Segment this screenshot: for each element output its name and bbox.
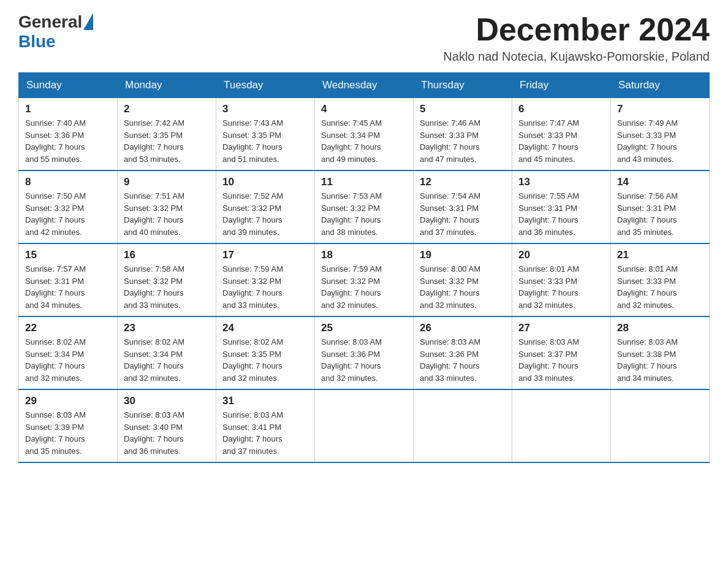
logo-triangle-icon [83,13,93,30]
day-number: 24 [222,322,308,334]
day-number: 6 [518,103,604,115]
calendar-cell: 25 Sunrise: 8:03 AM Sunset: 3:36 PM Dayl… [315,316,414,389]
week-row-2: 8 Sunrise: 7:50 AM Sunset: 3:32 PM Dayli… [19,170,710,243]
day-number: 7 [617,103,703,115]
day-info: Sunrise: 8:02 AM Sunset: 3:34 PM Dayligh… [25,336,111,384]
day-info: Sunrise: 7:58 AM Sunset: 3:32 PM Dayligh… [124,263,210,311]
logo-general-text: General [18,12,82,32]
day-number: 29 [25,395,111,407]
day-number: 8 [25,176,111,188]
day-number: 15 [25,249,111,261]
calendar-cell: 2 Sunrise: 7:42 AM Sunset: 3:35 PM Dayli… [118,98,216,171]
weekday-header-thursday: Thursday [414,73,512,98]
week-row-4: 22 Sunrise: 8:02 AM Sunset: 3:34 PM Dayl… [19,316,710,389]
day-info: Sunrise: 8:03 AM Sunset: 3:36 PM Dayligh… [420,336,506,384]
logo-blue-text: Blue [18,32,56,52]
calendar-cell [315,389,414,462]
day-number: 27 [518,322,604,334]
calendar-cell: 17 Sunrise: 7:59 AM Sunset: 3:32 PM Dayl… [216,243,315,316]
month-title: December 2024 [443,12,710,47]
day-number: 5 [420,103,506,115]
day-number: 22 [25,322,111,334]
calendar-cell: 26 Sunrise: 8:03 AM Sunset: 3:36 PM Dayl… [414,316,512,389]
calendar-cell: 24 Sunrise: 8:02 AM Sunset: 3:35 PM Dayl… [216,316,315,389]
day-number: 26 [420,322,506,334]
day-info: Sunrise: 7:46 AM Sunset: 3:33 PM Dayligh… [420,117,506,165]
calendar-cell: 12 Sunrise: 7:54 AM Sunset: 3:31 PM Dayl… [414,170,512,243]
week-row-3: 15 Sunrise: 7:57 AM Sunset: 3:31 PM Dayl… [19,243,710,316]
day-number: 23 [124,322,210,334]
calendar-cell: 21 Sunrise: 8:01 AM Sunset: 3:33 PM Dayl… [611,243,710,316]
day-number: 30 [124,395,210,407]
day-info: Sunrise: 7:56 AM Sunset: 3:31 PM Dayligh… [617,190,703,238]
day-info: Sunrise: 7:42 AM Sunset: 3:35 PM Dayligh… [124,117,210,165]
logo: General Blue [18,12,93,52]
day-number: 17 [222,249,308,261]
calendar-cell: 5 Sunrise: 7:46 AM Sunset: 3:33 PM Dayli… [414,98,512,171]
day-number: 18 [321,249,407,261]
day-info: Sunrise: 7:47 AM Sunset: 3:33 PM Dayligh… [518,117,604,165]
day-number: 12 [420,176,506,188]
day-info: Sunrise: 7:50 AM Sunset: 3:32 PM Dayligh… [25,190,111,238]
week-row-1: 1 Sunrise: 7:40 AM Sunset: 3:36 PM Dayli… [19,98,710,171]
calendar-cell: 22 Sunrise: 8:02 AM Sunset: 3:34 PM Dayl… [19,316,118,389]
day-info: Sunrise: 7:49 AM Sunset: 3:33 PM Dayligh… [617,117,703,165]
day-number: 1 [25,103,111,115]
day-number: 4 [321,103,407,115]
calendar-cell: 19 Sunrise: 8:00 AM Sunset: 3:32 PM Dayl… [414,243,512,316]
day-info: Sunrise: 8:03 AM Sunset: 3:40 PM Dayligh… [124,409,210,457]
calendar-cell [414,389,512,462]
day-info: Sunrise: 8:03 AM Sunset: 3:38 PM Dayligh… [617,336,703,384]
day-info: Sunrise: 7:55 AM Sunset: 3:31 PM Dayligh… [518,190,604,238]
calendar-cell: 8 Sunrise: 7:50 AM Sunset: 3:32 PM Dayli… [19,170,118,243]
calendar-cell: 10 Sunrise: 7:52 AM Sunset: 3:32 PM Dayl… [216,170,315,243]
day-info: Sunrise: 7:45 AM Sunset: 3:34 PM Dayligh… [321,117,407,165]
day-number: 25 [321,322,407,334]
calendar-cell: 15 Sunrise: 7:57 AM Sunset: 3:31 PM Dayl… [19,243,118,316]
day-info: Sunrise: 7:57 AM Sunset: 3:31 PM Dayligh… [25,263,111,311]
calendar-cell: 18 Sunrise: 7:59 AM Sunset: 3:32 PM Dayl… [315,243,414,316]
day-number: 9 [124,176,210,188]
weekday-header-sunday: Sunday [19,73,118,98]
week-row-5: 29 Sunrise: 8:03 AM Sunset: 3:39 PM Dayl… [19,389,710,462]
day-number: 10 [222,176,308,188]
day-info: Sunrise: 8:00 AM Sunset: 3:32 PM Dayligh… [420,263,506,311]
day-info: Sunrise: 8:03 AM Sunset: 3:41 PM Dayligh… [222,409,308,457]
calendar-cell: 28 Sunrise: 8:03 AM Sunset: 3:38 PM Dayl… [611,316,710,389]
page-header: General Blue December 2024 Naklo nad Not… [18,12,710,64]
day-number: 14 [617,176,703,188]
weekday-header-friday: Friday [512,73,611,98]
calendar-cell: 20 Sunrise: 8:01 AM Sunset: 3:33 PM Dayl… [512,243,611,316]
day-number: 21 [617,249,703,261]
day-info: Sunrise: 7:40 AM Sunset: 3:36 PM Dayligh… [25,117,111,165]
day-number: 3 [222,103,308,115]
day-info: Sunrise: 8:01 AM Sunset: 3:33 PM Dayligh… [518,263,604,311]
day-info: Sunrise: 7:59 AM Sunset: 3:32 PM Dayligh… [321,263,407,311]
calendar-cell: 13 Sunrise: 7:55 AM Sunset: 3:31 PM Dayl… [512,170,611,243]
day-info: Sunrise: 7:53 AM Sunset: 3:32 PM Dayligh… [321,190,407,238]
calendar-table: SundayMondayTuesdayWednesdayThursdayFrid… [18,72,710,463]
day-info: Sunrise: 8:03 AM Sunset: 3:37 PM Dayligh… [518,336,604,384]
location-title: Naklo nad Notecia, Kujawsko-Pomorskie, P… [443,50,710,64]
calendar-cell: 4 Sunrise: 7:45 AM Sunset: 3:34 PM Dayli… [315,98,414,171]
day-number: 20 [518,249,604,261]
calendar-cell: 11 Sunrise: 7:53 AM Sunset: 3:32 PM Dayl… [315,170,414,243]
day-info: Sunrise: 8:03 AM Sunset: 3:36 PM Dayligh… [321,336,407,384]
calendar-cell: 16 Sunrise: 7:58 AM Sunset: 3:32 PM Dayl… [118,243,216,316]
day-number: 13 [518,176,604,188]
day-info: Sunrise: 7:54 AM Sunset: 3:31 PM Dayligh… [420,190,506,238]
calendar-cell: 14 Sunrise: 7:56 AM Sunset: 3:31 PM Dayl… [611,170,710,243]
day-number: 2 [124,103,210,115]
day-info: Sunrise: 7:43 AM Sunset: 3:35 PM Dayligh… [222,117,308,165]
day-info: Sunrise: 8:01 AM Sunset: 3:33 PM Dayligh… [617,263,703,311]
calendar-cell: 6 Sunrise: 7:47 AM Sunset: 3:33 PM Dayli… [512,98,611,171]
day-number: 19 [420,249,506,261]
day-info: Sunrise: 7:52 AM Sunset: 3:32 PM Dayligh… [222,190,308,238]
calendar-cell [611,389,710,462]
weekday-header-tuesday: Tuesday [216,73,315,98]
calendar-cell: 1 Sunrise: 7:40 AM Sunset: 3:36 PM Dayli… [19,98,118,171]
day-number: 31 [222,395,308,407]
weekday-header-monday: Monday [118,73,216,98]
calendar-cell: 29 Sunrise: 8:03 AM Sunset: 3:39 PM Dayl… [19,389,118,462]
calendar-cell: 3 Sunrise: 7:43 AM Sunset: 3:35 PM Dayli… [216,98,315,171]
